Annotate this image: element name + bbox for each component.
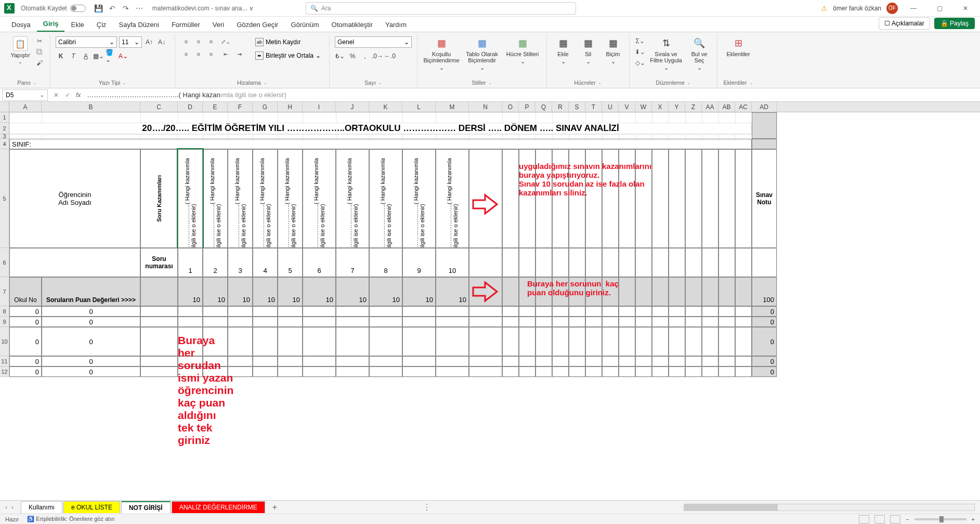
soru-num-8[interactable]: 8: [369, 248, 402, 277]
kazanim-col-6[interactable]: …………………..( Hangi kazanımla ilgili ise o …: [303, 149, 336, 248]
puan-val-5[interactable]: 10: [278, 277, 303, 306]
fx-icon[interactable]: fx: [76, 91, 81, 99]
qat-dropdown-icon[interactable]: ⋯: [135, 4, 144, 13]
comments-button[interactable]: ☐ Açıklamalar: [879, 17, 930, 30]
col-header-R[interactable]: R: [552, 102, 569, 112]
cell-r12-c13[interactable]: [469, 366, 502, 377]
cell-r9-c16[interactable]: [535, 317, 552, 327]
cell-r6-c20[interactable]: [602, 248, 619, 277]
cell-r11-c18[interactable]: [569, 356, 585, 366]
cell-r12-c9[interactable]: [336, 366, 369, 377]
col-header-Q[interactable]: Q: [535, 102, 552, 112]
cell-r11-c21[interactable]: [619, 356, 635, 366]
soru-num-9[interactable]: 9: [402, 248, 436, 277]
cell-r8-c10[interactable]: [369, 306, 402, 317]
cell-r11-c10[interactable]: [369, 356, 402, 366]
merge-center-button[interactable]: ⬌Birleştir ve Ortala ⌄: [252, 50, 324, 61]
status-accessibility[interactable]: ♿ Erişilebilirlik: Önerilere göz atın: [27, 516, 114, 522]
cell-r11-c15[interactable]: [519, 356, 535, 366]
cell-c-r8[interactable]: [140, 306, 178, 317]
student-name-r9[interactable]: 0: [42, 317, 140, 327]
cell-r8-c26[interactable]: [702, 306, 718, 317]
sinav-notu-r12[interactable]: 0: [752, 366, 777, 377]
user-avatar[interactable]: ÖF: [886, 3, 898, 14]
cell-r11-c26[interactable]: [702, 356, 718, 366]
cell-r9-c28[interactable]: [735, 317, 752, 327]
cell-r8-c24[interactable]: [669, 306, 685, 317]
align-left-icon[interactable]: ≡: [180, 49, 192, 59]
cell-r10-c13[interactable]: [469, 327, 502, 356]
cell-r11-c19[interactable]: [585, 356, 602, 366]
cell-r10-c24[interactable]: [669, 327, 685, 356]
cell-r10-c10[interactable]: [369, 327, 402, 356]
cell-r12-c12[interactable]: [436, 366, 469, 377]
col-header-S[interactable]: S: [569, 102, 585, 112]
cell-r8-c13[interactable]: [469, 306, 502, 317]
cell-r12-c21[interactable]: [619, 366, 635, 377]
conditional-format-button[interactable]: ▦Koşullu Biçimlendirme⌄: [423, 36, 460, 71]
increase-indent-icon[interactable]: ⇥: [233, 49, 245, 59]
cell-r9-c14[interactable]: [502, 317, 519, 327]
cell-r6-c15[interactable]: [519, 248, 535, 277]
cell-r7-c24[interactable]: [669, 277, 685, 306]
cell-r8-c18[interactable]: [569, 306, 585, 317]
cell-r10-c21[interactable]: [619, 327, 635, 356]
sinav-notu-r11[interactable]: 0: [752, 356, 777, 366]
cell-r12-c23[interactable]: [652, 366, 669, 377]
kazanim-col-2[interactable]: …………………..( Hangi kazanımla ilgili ise o …: [203, 149, 228, 248]
puan-val-9[interactable]: 10: [402, 277, 436, 306]
cell-r7-c22[interactable]: [635, 277, 652, 306]
fill-color-button[interactable]: 🪣⌄: [106, 51, 116, 61]
fill-icon[interactable]: ⬇⌄: [635, 47, 645, 57]
student-name-r8[interactable]: 0: [42, 306, 140, 317]
col-header-AC[interactable]: AC: [735, 102, 752, 112]
currency-icon[interactable]: ₺⌄: [335, 51, 345, 61]
cell-r10-c25[interactable]: [685, 327, 702, 356]
sinav-notu-r10[interactable]: 0: [752, 327, 777, 356]
cell-r6-c21[interactable]: [619, 248, 635, 277]
kazanim-col-9[interactable]: …………………..( Hangi kazanımla ilgili ise o …: [402, 149, 436, 248]
cell-r10-c20[interactable]: [602, 327, 619, 356]
cell-r12-c22[interactable]: [635, 366, 652, 377]
ogrenci-header[interactable]: ÖğrencininAdı Soyadı: [9, 149, 140, 248]
scroll-thumb[interactable]: [684, 504, 778, 510]
font-name-select[interactable]: Calibri⌄: [56, 36, 117, 48]
cell-r8-c17[interactable]: [552, 306, 569, 317]
cell-r12-c28[interactable]: [735, 366, 752, 377]
document-title[interactable]: matematikodevi.com - sınav ana... ∨: [152, 5, 254, 12]
col-header-E[interactable]: E: [203, 102, 228, 112]
soru-num-3[interactable]: 3: [228, 248, 253, 277]
cell-r9-c27[interactable]: [718, 317, 735, 327]
col-header-W[interactable]: W: [635, 102, 652, 112]
cell-r6-c18[interactable]: [569, 248, 585, 277]
cell-r6-c22[interactable]: [635, 248, 652, 277]
align-top-icon[interactable]: ≡: [180, 36, 192, 47]
cell-r12-c18[interactable]: [569, 366, 585, 377]
total-100[interactable]: 100: [752, 277, 777, 306]
cell-r12-c25[interactable]: [685, 366, 702, 377]
soru-num-6[interactable]: 6: [303, 248, 336, 277]
kazanim-col-7[interactable]: …………………..( Hangi kazanımla ilgili ise o …: [336, 149, 369, 248]
tab-ciz[interactable]: Çiz: [90, 18, 113, 32]
align-middle-icon[interactable]: ≡: [193, 36, 204, 47]
italic-button[interactable]: T: [68, 51, 79, 61]
puan-val-4[interactable]: 10: [253, 277, 278, 306]
cell-r12-c15[interactable]: [519, 366, 535, 377]
cell-r12-c7[interactable]: [278, 366, 303, 377]
cell-r10-c11[interactable]: [402, 327, 436, 356]
cell-r9-c26[interactable]: [702, 317, 718, 327]
decrease-font-icon[interactable]: A↓: [156, 37, 167, 47]
cell-r6-c17[interactable]: [552, 248, 569, 277]
cell-r11-c25[interactable]: [685, 356, 702, 366]
sort-filter-button[interactable]: ⇅Sırala ve Filtre Uygula⌄: [648, 36, 684, 71]
cell-r12-c26[interactable]: [702, 366, 718, 377]
cell-r9-c19[interactable]: [585, 317, 602, 327]
cell-r10-c28[interactable]: [735, 327, 752, 356]
cell-r10-c8[interactable]: [303, 327, 336, 356]
tab-ekle[interactable]: Ekle: [64, 18, 90, 32]
row-header-11[interactable]: 11: [0, 356, 9, 366]
cell-r7-c27[interactable]: [718, 277, 735, 306]
sinav-notu-r9[interactable]: 0: [752, 317, 777, 327]
col-header-D[interactable]: D: [178, 102, 203, 112]
sheet-tab-eokul[interactable]: e OKUL LİSTE: [63, 501, 120, 513]
